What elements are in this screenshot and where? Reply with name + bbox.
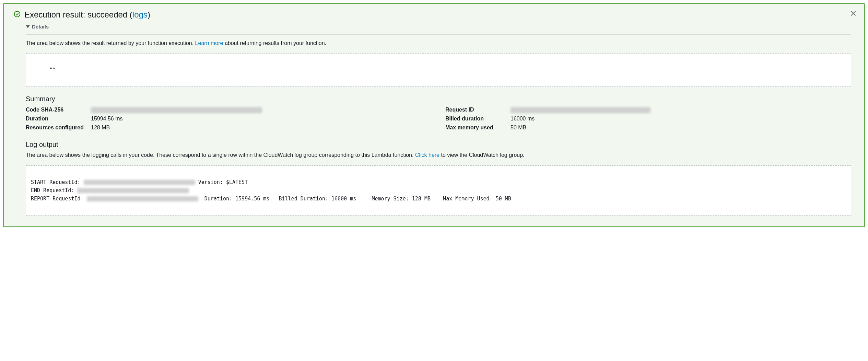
summary-label: Duration xyxy=(26,115,91,123)
log-end-prefix: END RequestId: xyxy=(31,187,77,194)
redacted-value: ████████████████████████████████████ xyxy=(84,180,195,185)
panel-title: Execution result: succeeded (logs) xyxy=(24,10,150,20)
log-output-description: The area below shows the logging calls i… xyxy=(26,151,851,159)
summary-value: 50 MB xyxy=(511,124,526,132)
log-report-prefix: REPORT RequestId: xyxy=(31,196,87,202)
log-start-suffix: Version: $LATEST xyxy=(195,179,248,185)
log-line-report: REPORT RequestId: ██████████████████████… xyxy=(31,196,511,202)
log-line-start: START RequestId: ███████████████████████… xyxy=(31,179,248,185)
log-output-title: Log output xyxy=(26,141,851,149)
summary-value: ████████████████████████████████████████… xyxy=(91,106,262,114)
summary-row-requestid: Request ID █████████████████████████████… xyxy=(445,106,851,114)
redacted-value: ████████████████████████████████████ xyxy=(87,196,198,201)
close-button[interactable] xyxy=(848,9,858,18)
log-report-tail: Duration: 15994.56 ms Billed Duration: 1… xyxy=(198,196,511,202)
logs-link[interactable]: logs xyxy=(132,10,148,19)
close-icon xyxy=(849,10,857,17)
summary-row-resources: Resources configured 128 MB xyxy=(26,124,432,132)
title-suffix: ) xyxy=(148,10,150,19)
details-toggle[interactable]: Details xyxy=(26,24,851,30)
result-desc-text: The area below shows the result returned… xyxy=(26,40,195,46)
summary-value: 16000 ms xyxy=(511,115,535,123)
log-output-box: START RequestId: ███████████████████████… xyxy=(26,165,851,216)
svg-marker-3 xyxy=(26,25,30,28)
result-desc-text-after: about returning results from your functi… xyxy=(223,40,326,46)
panel-header: Execution result: succeeded (logs) xyxy=(13,10,855,20)
summary-row-duration: Duration 15994.56 ms xyxy=(26,115,432,123)
summary-label: Code SHA-256 xyxy=(26,106,91,114)
summary-grid: Code SHA-256 ███████████████████████████… xyxy=(26,106,851,132)
title-prefix: Execution result: succeeded ( xyxy=(24,10,132,19)
summary-label: Resources configured xyxy=(26,124,91,132)
summary-label: Billed duration xyxy=(445,115,511,123)
result-value: "" xyxy=(49,67,56,73)
log-desc-text-after: to view the CloudWatch log group. xyxy=(439,152,525,158)
summary-col-left: Code SHA-256 ███████████████████████████… xyxy=(26,106,432,132)
details-label: Details xyxy=(32,24,49,30)
log-start-prefix: START RequestId: xyxy=(31,179,84,185)
summary-value: 128 MB xyxy=(91,124,110,132)
summary-label: Max memory used xyxy=(445,124,511,132)
success-check-icon xyxy=(13,10,21,19)
svg-point-2 xyxy=(14,11,20,17)
redacted-value: ████████████████████████████████████ xyxy=(511,107,650,113)
summary-row-sha: Code SHA-256 ███████████████████████████… xyxy=(26,106,432,114)
summary-row-maxmem: Max memory used 50 MB xyxy=(445,124,851,132)
result-description: The area below shows the result returned… xyxy=(26,39,851,47)
triangle-down-icon xyxy=(26,24,30,30)
separator xyxy=(26,34,851,35)
redacted-value: ████████████████████████████████████ xyxy=(77,188,189,193)
summary-label: Request ID xyxy=(445,106,511,114)
execution-result-panel: Execution result: succeeded (logs) Detai… xyxy=(3,3,865,227)
log-desc-text: The area below shows the logging calls i… xyxy=(26,152,415,158)
click-here-link[interactable]: Click here xyxy=(415,152,439,158)
summary-col-right: Request ID █████████████████████████████… xyxy=(445,106,851,132)
summary-value: ████████████████████████████████████ xyxy=(511,106,650,114)
summary-title: Summary xyxy=(26,95,851,103)
panel-content: Details The area below shows the result … xyxy=(13,24,855,216)
log-line-end: END RequestId: █████████████████████████… xyxy=(31,187,189,194)
result-value-box: "" xyxy=(26,53,851,87)
summary-row-billed: Billed duration 16000 ms xyxy=(445,115,851,123)
learn-more-link[interactable]: Learn more xyxy=(195,40,223,46)
redacted-value: ████████████████████████████████████████… xyxy=(91,107,262,113)
summary-value: 15994.56 ms xyxy=(91,115,123,123)
